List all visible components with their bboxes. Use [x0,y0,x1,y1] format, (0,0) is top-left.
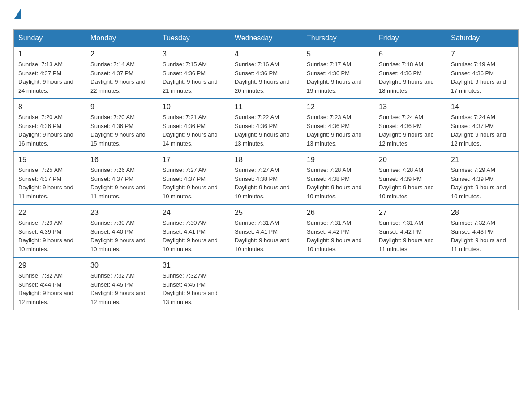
calendar-cell: 6Sunrise: 7:18 AMSunset: 4:36 PMDaylight… [374,47,446,99]
calendar-cell: 8Sunrise: 7:20 AMSunset: 4:36 PMDaylight… [14,99,86,152]
day-info: Sunrise: 7:31 AMSunset: 4:42 PMDaylight:… [379,218,442,253]
day-info: Sunrise: 7:17 AMSunset: 4:36 PMDaylight:… [307,60,369,95]
calendar-cell: 11Sunrise: 7:22 AMSunset: 4:36 PMDayligh… [230,99,302,152]
calendar-cell: 25Sunrise: 7:31 AMSunset: 4:41 PMDayligh… [230,205,302,257]
day-info: Sunrise: 7:28 AMSunset: 4:39 PMDaylight:… [379,166,442,201]
day-number: 5 [307,50,369,58]
day-number: 13 [379,103,442,111]
day-number: 26 [307,209,369,217]
calendar-table: SundayMondayTuesdayWednesdayThursdayFrid… [13,29,519,310]
calendar-week-row: 8Sunrise: 7:20 AMSunset: 4:36 PMDaylight… [14,99,519,152]
day-info: Sunrise: 7:26 AMSunset: 4:37 PMDaylight:… [90,166,153,201]
calendar-week-row: 1Sunrise: 7:13 AMSunset: 4:37 PMDaylight… [14,47,519,99]
day-number: 11 [235,103,297,111]
calendar-cell: 21Sunrise: 7:29 AMSunset: 4:39 PMDayligh… [446,152,519,205]
day-number: 24 [163,209,225,217]
day-number: 31 [163,261,225,270]
page-header [13,9,519,20]
day-number: 19 [307,156,369,164]
day-header-thursday: Thursday [302,30,374,47]
day-number: 27 [379,209,442,217]
calendar-cell: 12Sunrise: 7:23 AMSunset: 4:36 PMDayligh… [302,99,374,152]
day-number: 10 [163,103,225,111]
day-info: Sunrise: 7:25 AMSunset: 4:37 PMDaylight:… [18,166,81,201]
logo-triangle-icon [14,9,21,19]
calendar-cell: 5Sunrise: 7:17 AMSunset: 4:36 PMDaylight… [302,47,374,99]
day-info: Sunrise: 7:14 AMSunset: 4:37 PMDaylight:… [90,60,153,95]
calendar-cell: 28Sunrise: 7:32 AMSunset: 4:43 PMDayligh… [446,205,519,257]
calendar-cell: 4Sunrise: 7:16 AMSunset: 4:36 PMDaylight… [230,47,302,99]
calendar-cell: 18Sunrise: 7:27 AMSunset: 4:38 PMDayligh… [230,152,302,205]
day-info: Sunrise: 7:16 AMSunset: 4:36 PMDaylight:… [235,60,297,95]
day-number: 17 [163,156,225,164]
day-number: 15 [18,156,81,164]
calendar-cell: 1Sunrise: 7:13 AMSunset: 4:37 PMDaylight… [14,47,86,99]
calendar-cell: 7Sunrise: 7:19 AMSunset: 4:36 PMDaylight… [446,47,519,99]
day-number: 16 [90,156,153,164]
day-info: Sunrise: 7:27 AMSunset: 4:38 PMDaylight:… [235,166,297,201]
day-info: Sunrise: 7:20 AMSunset: 4:36 PMDaylight:… [18,113,81,148]
calendar-cell [230,257,302,310]
day-info: Sunrise: 7:29 AMSunset: 4:39 PMDaylight:… [18,218,81,253]
day-number: 22 [18,209,81,217]
calendar-week-row: 22Sunrise: 7:29 AMSunset: 4:39 PMDayligh… [14,205,519,257]
day-number: 29 [18,261,81,270]
day-number: 28 [451,209,514,217]
calendar-cell: 10Sunrise: 7:21 AMSunset: 4:36 PMDayligh… [158,99,230,152]
day-number: 1 [18,50,81,58]
day-number: 20 [379,156,442,164]
calendar-week-row: 29Sunrise: 7:32 AMSunset: 4:44 PMDayligh… [14,257,519,310]
calendar-cell: 30Sunrise: 7:32 AMSunset: 4:45 PMDayligh… [86,257,158,310]
day-info: Sunrise: 7:32 AMSunset: 4:45 PMDaylight:… [90,271,153,306]
day-header-tuesday: Tuesday [158,30,230,47]
calendar-week-row: 15Sunrise: 7:25 AMSunset: 4:37 PMDayligh… [14,152,519,205]
calendar-cell: 19Sunrise: 7:28 AMSunset: 4:38 PMDayligh… [302,152,374,205]
day-info: Sunrise: 7:22 AMSunset: 4:36 PMDaylight:… [235,113,297,148]
day-info: Sunrise: 7:18 AMSunset: 4:36 PMDaylight:… [379,60,442,95]
day-number: 2 [90,50,153,58]
day-info: Sunrise: 7:29 AMSunset: 4:39 PMDaylight:… [451,166,514,201]
calendar-cell: 17Sunrise: 7:27 AMSunset: 4:37 PMDayligh… [158,152,230,205]
calendar-cell: 24Sunrise: 7:30 AMSunset: 4:41 PMDayligh… [158,205,230,257]
calendar-header-row: SundayMondayTuesdayWednesdayThursdayFrid… [14,30,519,47]
day-number: 8 [18,103,81,111]
calendar-cell: 9Sunrise: 7:20 AMSunset: 4:36 PMDaylight… [86,99,158,152]
calendar-cell: 20Sunrise: 7:28 AMSunset: 4:39 PMDayligh… [374,152,446,205]
calendar-cell: 29Sunrise: 7:32 AMSunset: 4:44 PMDayligh… [14,257,86,310]
day-info: Sunrise: 7:28 AMSunset: 4:38 PMDaylight:… [307,166,369,201]
day-number: 30 [90,261,153,270]
day-info: Sunrise: 7:23 AMSunset: 4:36 PMDaylight:… [307,113,369,148]
day-number: 9 [90,103,153,111]
day-header-friday: Friday [374,30,446,47]
calendar-cell [302,257,374,310]
calendar-cell: 26Sunrise: 7:31 AMSunset: 4:42 PMDayligh… [302,205,374,257]
day-number: 14 [451,103,514,111]
day-number: 6 [379,50,442,58]
calendar-cell: 2Sunrise: 7:14 AMSunset: 4:37 PMDaylight… [86,47,158,99]
calendar-cell [446,257,519,310]
day-header-monday: Monday [86,30,158,47]
calendar-cell: 3Sunrise: 7:15 AMSunset: 4:36 PMDaylight… [158,47,230,99]
day-info: Sunrise: 7:32 AMSunset: 4:45 PMDaylight:… [163,271,225,306]
day-number: 23 [90,209,153,217]
day-number: 12 [307,103,369,111]
day-info: Sunrise: 7:32 AMSunset: 4:43 PMDaylight:… [451,218,514,253]
calendar-cell: 15Sunrise: 7:25 AMSunset: 4:37 PMDayligh… [14,152,86,205]
day-number: 21 [451,156,514,164]
day-header-saturday: Saturday [446,30,519,47]
day-info: Sunrise: 7:15 AMSunset: 4:36 PMDaylight:… [163,60,225,95]
day-number: 4 [235,50,297,58]
calendar-cell: 14Sunrise: 7:24 AMSunset: 4:37 PMDayligh… [446,99,519,152]
day-info: Sunrise: 7:30 AMSunset: 4:41 PMDaylight:… [163,218,225,253]
calendar-cell: 23Sunrise: 7:30 AMSunset: 4:40 PMDayligh… [86,205,158,257]
day-header-sunday: Sunday [14,30,86,47]
day-number: 7 [451,50,514,58]
day-info: Sunrise: 7:19 AMSunset: 4:36 PMDaylight:… [451,60,514,95]
day-info: Sunrise: 7:24 AMSunset: 4:36 PMDaylight:… [379,113,442,148]
day-info: Sunrise: 7:31 AMSunset: 4:42 PMDaylight:… [307,218,369,253]
day-header-wednesday: Wednesday [230,30,302,47]
calendar-cell: 13Sunrise: 7:24 AMSunset: 4:36 PMDayligh… [374,99,446,152]
day-info: Sunrise: 7:27 AMSunset: 4:37 PMDaylight:… [163,166,225,201]
day-info: Sunrise: 7:32 AMSunset: 4:44 PMDaylight:… [18,271,81,306]
calendar-cell: 31Sunrise: 7:32 AMSunset: 4:45 PMDayligh… [158,257,230,310]
